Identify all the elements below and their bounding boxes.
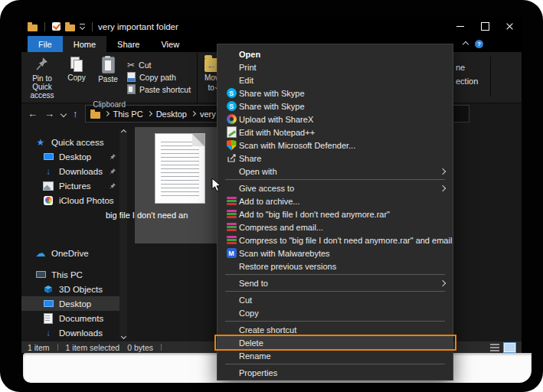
minimize-button[interactable] <box>448 17 473 36</box>
breadcrumb-segment[interactable]: Desktop <box>156 109 187 119</box>
menu-item-rename[interactable]: Rename <box>218 349 453 362</box>
pictures-icon <box>43 181 54 191</box>
new-folder-icon[interactable] <box>65 24 75 31</box>
menu-item-add-to-archive[interactable]: Add to archive... <box>218 194 453 207</box>
menu-item-label: Send to <box>239 279 268 288</box>
location-folder-icon <box>90 112 100 119</box>
menu-item-properties[interactable]: Properties <box>218 366 453 379</box>
menu-item-give-access-to[interactable]: Give access to <box>218 181 453 194</box>
item-count: 1 item <box>28 343 50 352</box>
sidebar-item-documents[interactable]: Documents <box>21 311 127 325</box>
selection-size: 0 bytes <box>127 343 153 352</box>
menu-item-cut[interactable]: Cut <box>218 293 453 306</box>
group-divider <box>490 57 491 96</box>
copy-path-button[interactable]: Copy path <box>127 72 191 82</box>
sidebar-scrollbar[interactable] <box>119 130 127 338</box>
menu-item-share-with-skype[interactable]: SShare with Skype <box>218 87 453 100</box>
button-label: Copy path <box>139 73 176 82</box>
sidebar-item-this-pc[interactable]: This PC <box>21 267 127 282</box>
minimize-icon <box>456 26 464 27</box>
menu-item-label: Add to "big file I don't need anymore.ra… <box>239 210 390 219</box>
sidebar-item-3d-objects[interactable]: 3D Objects <box>21 282 127 296</box>
winrar-icon <box>227 210 237 218</box>
sidebar-item-icloud-photos[interactable]: iCloud Photos <box>21 193 127 207</box>
menu-item-upload-with-sharex[interactable]: Upload with ShareX <box>218 113 453 126</box>
menu-item-share-with-skype-2[interactable]: SShare with Skype <box>218 100 453 113</box>
window-controls <box>448 17 522 36</box>
collapse-ribbon-icon[interactable] <box>463 41 469 47</box>
menu-item-compress-and-email[interactable]: Compress and email... <box>218 220 453 234</box>
menu-item-scan-with-malwarebytes[interactable]: MScan with Malwarebytes <box>218 247 453 260</box>
sidebar-item-downloads-pc[interactable]: ↓ Downloads <box>21 325 127 340</box>
paste-shortcut-button[interactable]: Paste shortcut <box>127 84 191 94</box>
sidebar-item-quick-access[interactable]: ★ Quick access <box>21 135 127 149</box>
menu-item-open[interactable]: Open <box>218 47 453 60</box>
winrar-icon <box>227 223 237 231</box>
menu-item-edit[interactable]: Edit <box>218 74 453 87</box>
menu-item-label: Properties <box>239 368 277 377</box>
menu-item-label: Compress and email... <box>239 223 323 232</box>
pin-to-quick-access-button[interactable]: Pin to Quickaccess <box>23 55 61 100</box>
breadcrumb-chevron-icon <box>147 111 152 116</box>
menu-item-share[interactable]: Share <box>218 152 453 165</box>
close-button[interactable] <box>497 17 522 36</box>
sharex-icon <box>227 114 237 124</box>
scroll-down-icon[interactable] <box>120 334 126 339</box>
sidebar-item-label: Documents <box>59 314 103 323</box>
desktop-icon <box>44 300 54 307</box>
submenu-arrow-icon <box>440 168 446 174</box>
sidebar-item-label: 3D Objects <box>59 285 103 294</box>
sidebar-item-label: Quick access <box>51 138 103 147</box>
quick-access-star-icon: ★ <box>37 138 45 147</box>
view-toggles <box>490 343 515 352</box>
paste-button[interactable]: Paste <box>92 55 124 84</box>
tab-home[interactable]: Home <box>63 36 106 52</box>
menu-item-add-to-rar[interactable]: Add to "big file I don't need anymore.ra… <box>218 207 453 220</box>
menu-separator <box>225 179 445 180</box>
help-icon[interactable]: ? <box>475 40 483 48</box>
maximize-button[interactable] <box>473 17 497 36</box>
button-label: Copy <box>67 74 85 82</box>
menu-item-label: Copy <box>239 309 259 318</box>
tab-share[interactable]: Share <box>106 36 150 52</box>
menu-item-print[interactable]: Print <box>218 60 453 74</box>
clipboard-group: Pin to Quickaccess Copy Paste ✂ Cut <box>21 52 197 103</box>
menu-item-send-to[interactable]: Send to <box>218 276 453 289</box>
sidebar-item-label: Desktop <box>59 299 91 309</box>
clipboard-small-buttons: ✂ Cut Copy path Paste shortcut <box>124 55 195 94</box>
sidebar-item-label: Desktop <box>59 152 91 162</box>
this-pc-icon <box>36 271 46 278</box>
sidebar-item-onedrive[interactable]: ☁ OneDrive <box>21 246 127 260</box>
menu-item-open-with[interactable]: Open with <box>218 165 453 178</box>
tab-view[interactable]: View <box>150 36 190 52</box>
tab-file[interactable]: File <box>28 36 63 52</box>
menu-item-delete[interactable]: Delete <box>218 336 453 349</box>
cut-button[interactable]: ✂ Cut <box>127 60 191 70</box>
menu-item-create-shortcut[interactable]: Create shortcut <box>218 323 453 336</box>
sidebar-item-desktop-selected[interactable]: Desktop <box>21 296 127 311</box>
menu-item-restore-previous-versions[interactable]: Restore previous versions <box>218 260 453 273</box>
menu-item-copy[interactable]: Copy <box>218 306 453 319</box>
button-label: Pin to Quickaccess <box>24 74 61 100</box>
pinned-icon <box>110 168 116 175</box>
breadcrumb-segment[interactable]: This PC <box>113 109 143 119</box>
menu-item-label: Rename <box>239 351 271 361</box>
menu-separator <box>225 364 445 364</box>
sidebar-item-pictures[interactable]: Pictures <box>21 178 127 193</box>
details-view-icon[interactable] <box>490 344 499 351</box>
customize-toolbar-caret-icon[interactable] <box>80 24 85 29</box>
thumbnail-view-icon[interactable] <box>504 343 515 352</box>
sidebar-item-desktop[interactable]: Desktop <box>21 149 127 164</box>
icloud-photos-icon <box>44 196 53 205</box>
paste-icon <box>102 57 115 74</box>
recent-locations-caret-icon[interactable] <box>61 110 67 116</box>
malwarebytes-icon: M <box>227 248 237 258</box>
copy-button[interactable]: Copy <box>61 55 92 83</box>
menu-item-scan-with-defender[interactable]: Scan with Microsoft Defender... <box>218 139 453 152</box>
properties-checkbox-icon[interactable] <box>52 22 61 31</box>
scroll-up-icon[interactable] <box>120 129 126 135</box>
menu-item-label: Edit with Notepad++ <box>239 128 315 137</box>
menu-item-compress-to-rar-and-email[interactable]: Compress to "big file I don't need anymo… <box>218 234 453 247</box>
menu-item-edit-with-notepadpp[interactable]: Edit with Notepad++ <box>218 126 453 139</box>
sidebar-item-downloads[interactable]: ↓ Downloads <box>21 164 127 178</box>
